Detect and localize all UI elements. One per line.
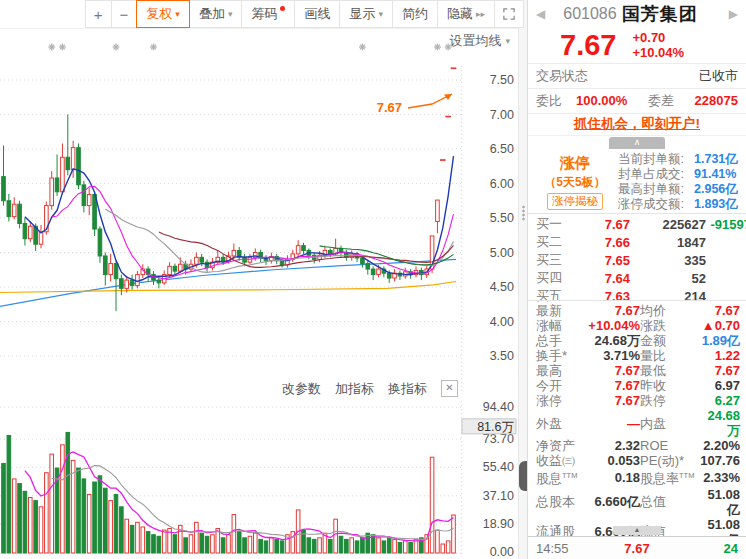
volume-axis-label: 0.00 — [490, 545, 514, 559]
close-indicator-icon[interactable]: ✕ — [441, 380, 458, 397]
price-axis-label: 5.00 — [490, 246, 514, 260]
bid-price: 7.67 — [576, 217, 630, 232]
ma-settings-button[interactable]: 设置均线▾ — [449, 32, 510, 50]
collapse-limitup-tab[interactable]: ∧ — [609, 137, 665, 149]
bid-row[interactable]: 买四7.6452 — [536, 269, 742, 287]
ad-row: 抓住机会，即刻开户! — [528, 114, 746, 137]
add-indicator-link[interactable]: 加指标 — [335, 380, 374, 398]
limitup-row: 当前封单额:1.731亿 — [618, 152, 740, 166]
limit-up-streak: （5天5板） — [544, 174, 605, 191]
chips-button[interactable]: 筹码 — [241, 0, 295, 28]
trade-status-row: 交易状态 已收市 — [528, 63, 746, 89]
stat-label: 昨收 — [640, 378, 698, 393]
stat-label: 总值 — [640, 494, 698, 509]
last-tick-time: 14:55 — [536, 541, 603, 556]
draw-line-button[interactable]: 画线 — [294, 0, 340, 28]
toolbar-separator — [0, 28, 518, 29]
stat-label: 净资产 — [536, 438, 582, 453]
stat-label: PE(动)* — [640, 453, 698, 468]
bid-row[interactable]: 买三7.65335 — [536, 251, 742, 269]
bottom-tick-bar: 14:55 7.67 24 — [528, 536, 746, 559]
collapse-panel-tab[interactable] — [519, 461, 527, 491]
collapse-stats-tab[interactable]: ▲ — [613, 526, 661, 535]
bid-row[interactable]: 买二7.661847 — [536, 233, 742, 251]
trade-status-value: 已收市 — [699, 67, 738, 85]
stat-value: 1.89亿 — [698, 333, 740, 348]
volume-cursor-label: 81.6万 — [462, 419, 516, 434]
stock-header: ◀ 601086 国芳集团 ▶ — [528, 0, 746, 28]
bid-price: 7.64 — [576, 271, 630, 286]
stat-value: 6.97 — [698, 378, 740, 393]
chevron-down-icon: ▾ — [175, 10, 180, 19]
stat-label: 外盘 — [536, 416, 582, 431]
limitup-row-value: 91.41% — [694, 167, 736, 181]
limitup-row-label: 最高封单额: — [618, 182, 694, 196]
bid-queue: 买一7.67225627-91597买二7.661847买三7.65335买四7… — [528, 213, 746, 300]
bid-label: 买一 — [536, 215, 576, 233]
stat-row: 最高7.67最低7.67 — [536, 363, 740, 378]
weicha-label: 委差 — [648, 92, 674, 110]
event-markers — [48, 44, 451, 51]
last-price: 7.67 — [560, 29, 616, 62]
stat-label: 今开 — [536, 378, 582, 393]
stat-value: 2.20% — [698, 438, 740, 453]
volume-chart[interactable]: 94.4073.7055.4037.1018.900.0081.6万 — [0, 397, 518, 559]
stat-label: 内盘 — [640, 416, 698, 431]
limitup-row: 涨停成交额:1.893亿 — [618, 197, 740, 211]
stat-value: 0.18 — [582, 470, 640, 485]
volume-axis-label: 18.90 — [483, 517, 514, 531]
overlay-button[interactable]: 叠加▾ — [189, 0, 243, 28]
stat-value: 6.660亿 — [582, 494, 640, 509]
bid-price: 7.66 — [576, 235, 630, 250]
price-axis-label: 3.50 — [490, 349, 514, 363]
limit-up-reveal-button[interactable]: 涨停揭秘 — [547, 193, 603, 210]
stat-label: 均价 — [640, 303, 698, 318]
stat-value: 51.08亿 — [698, 487, 740, 517]
price-change: +0.70 — [632, 30, 684, 45]
fullscreen-button[interactable] — [494, 0, 524, 28]
chart-area: + − 复权▾ 叠加▾ 筹码 画线 显示▾ 简约 隐藏▸▸ 设置均线▾ 7.50… — [0, 0, 518, 559]
bid-volume: 225627 — [630, 217, 706, 232]
stat-value: 7.67 — [582, 393, 640, 408]
stat-row: 外盘—内盘24.68万 — [536, 408, 740, 438]
svg-text:81.6万: 81.6万 — [477, 420, 514, 434]
display-button[interactable]: 显示▾ — [339, 0, 393, 28]
next-stock-icon[interactable]: ▶ — [725, 7, 742, 21]
limitup-tab-row: ∧ — [528, 136, 746, 150]
stat-label: 涨跌 — [640, 318, 698, 333]
stat-label: 金额 — [640, 333, 698, 348]
chart-toolbar: + − 复权▾ 叠加▾ 筹码 画线 显示▾ 简约 隐藏▸▸ — [86, 0, 524, 28]
zoom-in-button[interactable]: + — [85, 0, 112, 28]
price-axis-label: 6.00 — [490, 177, 514, 191]
hide-toolbar-button[interactable]: 隐藏▸▸ — [437, 0, 495, 28]
stock-code: 601086 — [563, 5, 616, 23]
zoom-out-button[interactable]: − — [111, 0, 138, 28]
prev-stock-icon[interactable]: ◀ — [532, 7, 549, 21]
stock-name: 国芳集团 — [622, 2, 698, 26]
stat-row: 涨幅+10.04%涨跌▲0.70 — [536, 318, 740, 333]
price-axis-label: 5.50 — [490, 211, 514, 225]
stat-row: 总手24.68万金额1.89亿 — [536, 333, 740, 348]
svg-text:7.67: 7.67 — [377, 100, 402, 115]
stat-row: 涨停7.67跌停6.27 — [536, 393, 740, 408]
open-account-link[interactable]: 抓住机会，即刻开户! — [574, 115, 700, 133]
adjust-price-button[interactable]: 复权▾ — [136, 0, 190, 28]
edit-params-link[interactable]: 改参数 — [282, 380, 321, 398]
trade-status-label: 交易状态 — [536, 67, 588, 85]
bid-volume: 335 — [630, 253, 706, 268]
chevron-down-icon: ▾ — [228, 10, 233, 19]
limitup-row-value: 2.956亿 — [694, 182, 738, 196]
bid-volume: 52 — [630, 271, 706, 286]
switch-indicator-link[interactable]: 换指标 — [388, 380, 427, 398]
candlestick-chart[interactable]: 7.507.006.506.005.505.004.504.003.507.67 — [0, 30, 518, 397]
chevron-down-icon: ▾ — [505, 37, 510, 46]
last-tick-price: 7.67 — [603, 541, 670, 556]
bid-row[interactable]: 买一7.67225627-91597 — [536, 215, 742, 233]
last-tick-volume: 24 — [671, 541, 738, 556]
stat-row: 换手*3.71%量比1.22 — [536, 348, 740, 363]
volume-axis-label: 55.40 — [483, 460, 514, 474]
stat-value: 1.22 — [698, 348, 740, 363]
red-dot-badge — [280, 6, 285, 11]
simple-mode-button[interactable]: 简约 — [392, 0, 438, 28]
stock-app-window: + − 复权▾ 叠加▾ 筹码 画线 显示▾ 简约 隐藏▸▸ 设置均线▾ 7.50… — [0, 0, 746, 559]
